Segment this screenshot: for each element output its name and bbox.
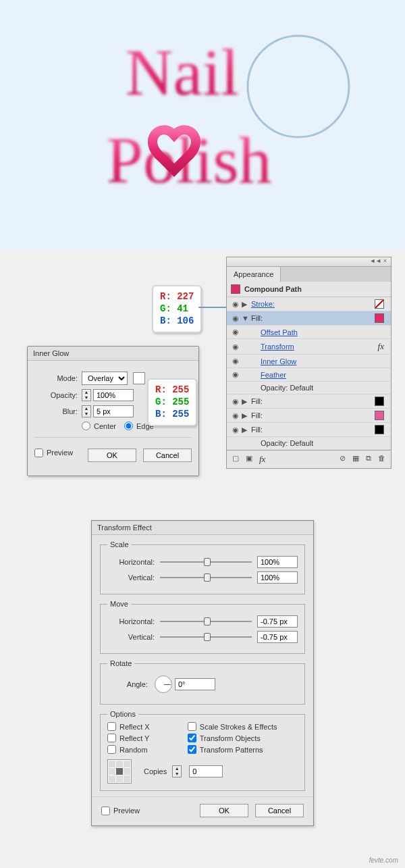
appearance-tab[interactable]: Appearance (227, 267, 281, 282)
anchor-grid[interactable] (107, 759, 132, 784)
object-opacity-row[interactable]: Opacity: Default (227, 437, 391, 450)
rgb-callout-white: R: 255 G: 255 B: 255 (147, 378, 197, 426)
inner-glow-row[interactable]: ◉Inner Glow (227, 355, 391, 368)
artwork-preview: Nail Polish (0, 0, 405, 250)
appearance-target: Compound Path (227, 282, 391, 297)
transform-patterns-checkbox[interactable]: Transform Patterns (188, 745, 298, 754)
scale-strokes-checkbox[interactable]: Scale Strokes & Effects (188, 722, 298, 731)
fill-swatch-icon[interactable] (375, 313, 384, 323)
no-fill-icon[interactable]: ▢ (232, 454, 239, 465)
visibility-icon[interactable]: ◉ (230, 300, 242, 309)
blur-input[interactable] (93, 405, 134, 417)
angle-input[interactable] (175, 678, 215, 690)
angle-label: Angle: (107, 680, 148, 688)
reflect-x-checkbox[interactable]: Reflect X (107, 722, 181, 731)
reflect-y-checkbox[interactable]: Reflect Y (107, 734, 181, 742)
transform-objects-checkbox[interactable]: Transform Objects (188, 734, 298, 742)
stroke-swatch-icon[interactable] (375, 299, 384, 309)
move-h-label: Horizontal: (107, 617, 155, 626)
layer-icon[interactable]: ▣ (246, 454, 252, 465)
ig-preview-checkbox[interactable]: Preview (34, 449, 73, 457)
mode-label: Mode: (37, 374, 78, 382)
blur-stepper[interactable]: ▲▼ (82, 405, 91, 417)
scale-h-input[interactable] (257, 556, 298, 568)
rotate-group: Rotate Angle: (100, 659, 305, 705)
angle-wheel[interactable] (155, 675, 172, 693)
new-fill-button[interactable]: ▦ (352, 454, 359, 465)
options-group: Options Reflect X Scale Strokes & Effect… (100, 710, 305, 791)
zoom-circle (248, 36, 349, 137)
copies-input[interactable] (189, 765, 223, 777)
move-v-slider[interactable] (160, 632, 252, 642)
t-cancel-button[interactable]: Cancel (255, 804, 304, 817)
appearance-footer: ▢ ▣ fx ⊘ ▦ ⧉ 🗑 (227, 450, 391, 468)
glow-color-swatch[interactable] (133, 372, 145, 384)
fill-row-4[interactable]: ◉▶Fill: (227, 423, 391, 437)
scale-v-input[interactable] (257, 571, 298, 584)
panel-header-bar[interactable]: ◄◄ × (227, 257, 391, 267)
fill-row-3[interactable]: ◉▶Fill: (227, 409, 391, 423)
opacity-label: Opacity: (37, 391, 78, 399)
appearance-panel: ◄◄ × Appearance Compound Path ◉▶ Stroke:… (226, 257, 392, 469)
scale-v-slider[interactable] (160, 573, 252, 582)
artwork-text-line1: Nail (126, 36, 240, 109)
move-group: Move Horizontal: Vertical: (100, 600, 305, 654)
target-swatch-icon (231, 284, 240, 294)
ig-cancel-button[interactable]: Cancel (143, 449, 192, 462)
transform-effect-dialog: Transform Effect Scale Horizontal: Verti… (91, 520, 314, 826)
move-h-input[interactable] (257, 615, 298, 628)
watermark: fevte.com (369, 857, 398, 864)
opacity-input[interactable] (93, 389, 134, 401)
scale-group: Scale Horizontal: Vertical: (100, 540, 305, 594)
visibility-icon[interactable]: ◉ (230, 314, 242, 323)
fill-swatch-icon[interactable] (375, 397, 384, 406)
random-checkbox[interactable]: Random (107, 745, 181, 754)
fill-opacity-row[interactable]: Opacity: Default (227, 382, 391, 394)
copies-label: Copies (144, 767, 167, 775)
mode-select[interactable]: Overlay (82, 372, 128, 385)
fill-swatch-icon[interactable] (375, 425, 384, 434)
scale-h-label: Horizontal: (107, 558, 155, 566)
offset-path-row[interactable]: ◉Offset Path (227, 326, 391, 339)
fill-row-1[interactable]: ◉▼ Fill: (227, 311, 391, 326)
move-v-label: Vertical: (107, 633, 155, 641)
opacity-stepper[interactable]: ▲▼ (82, 389, 91, 401)
transform-row[interactable]: ◉Transformfx (227, 339, 391, 355)
copies-stepper[interactable]: ▲▼ (172, 765, 182, 777)
inner-glow-title: Inner Glow (28, 347, 198, 361)
add-fx-button[interactable]: fx (259, 454, 265, 465)
blur-label: Blur: (37, 407, 78, 415)
center-radio[interactable]: Center (82, 422, 116, 430)
transform-title: Transform Effect (92, 521, 313, 535)
stroke-row[interactable]: ◉▶ Stroke: (227, 297, 391, 311)
move-v-input[interactable] (257, 631, 298, 643)
rgb-callout-magenta: R: 227 G: 41 B: 106 (152, 285, 202, 333)
move-h-slider[interactable] (160, 617, 252, 626)
t-ok-button[interactable]: OK (200, 804, 248, 817)
clear-button[interactable]: ⊘ (340, 454, 346, 465)
scale-h-slider[interactable] (160, 557, 252, 567)
fx-icon[interactable]: fx (378, 341, 388, 352)
fill-row-2[interactable]: ◉▶Fill: (227, 394, 391, 409)
fill-swatch-icon[interactable] (375, 411, 384, 420)
t-preview-checkbox[interactable]: Preview (101, 807, 140, 815)
duplicate-button[interactable]: ⧉ (366, 454, 371, 465)
ig-ok-button[interactable]: OK (88, 449, 136, 462)
feather-row[interactable]: ◉Feather (227, 368, 391, 382)
scale-v-label: Vertical: (107, 573, 155, 582)
trash-icon[interactable]: 🗑 (378, 454, 385, 465)
